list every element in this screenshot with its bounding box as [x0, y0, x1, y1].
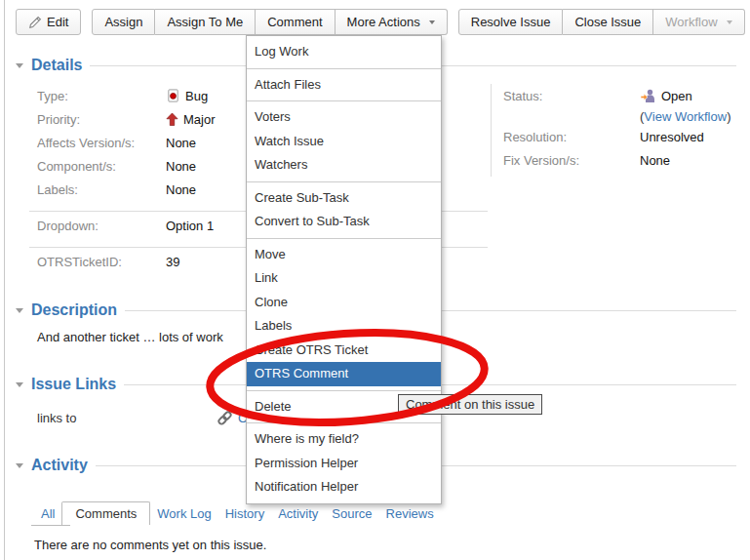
field-label: OTRSTicketID:: [29, 255, 166, 269]
field-label: Type:: [29, 89, 166, 103]
menu-item-voters[interactable]: Voters: [247, 105, 441, 130]
edit-button[interactable]: Edit: [16, 9, 81, 35]
field-label: Status:: [503, 89, 640, 103]
field-value: None: [166, 182, 196, 197]
priority-major-icon: [166, 112, 178, 127]
field-value: Option 1: [166, 219, 214, 233]
chevron-down-icon: [429, 20, 435, 24]
menu-group: MoveLinkCloneLabelsCreate OTRS TicketOTR…: [247, 238, 441, 390]
menu-item-otrs-comment[interactable]: OTRS Comment: [247, 362, 441, 386]
menu-item-labels[interactable]: Labels: [247, 314, 441, 339]
menu-item-where-is-my-field[interactable]: Where is my field?: [247, 427, 441, 452]
more-actions-button[interactable]: More Actions: [336, 9, 448, 35]
menu-item-watchers[interactable]: Watchers: [247, 153, 441, 178]
menu-group: Where is my field?Permission HelperNotif…: [247, 422, 441, 503]
tab-all[interactable]: All: [34, 501, 61, 525]
menu-item-convert-to-sub-task[interactable]: Convert to Sub-Task: [247, 210, 441, 234]
view-workflow-row: (View Workflow): [503, 107, 747, 125]
description-title: Description: [31, 301, 117, 319]
field-row-fix-version-s: Fix Version/s:None: [503, 148, 747, 172]
no-comments-message: There are no comments yet on this issue.: [34, 538, 266, 552]
field-row-resolution: Resolution:Unresolved: [503, 125, 747, 148]
field-label: Fix Version/s:: [503, 153, 640, 168]
menu-item-create-sub-task[interactable]: Create Sub-Task: [247, 186, 441, 211]
menu-group: Log Work: [247, 36, 441, 68]
menu-item-log-work[interactable]: Log Work: [247, 40, 441, 64]
tab-work-log[interactable]: Work Log: [150, 501, 217, 525]
field-label: Labels:: [29, 182, 166, 197]
activity-tabs: AllCommentsWork LogHistoryActivitySource…: [34, 501, 441, 525]
tab-comments[interactable]: Comments: [61, 501, 150, 525]
field-value: Open: [640, 88, 692, 103]
menu-group: VotersWatch IssueWatchers: [247, 100, 441, 181]
tab-reviews[interactable]: Reviews: [379, 501, 441, 525]
resolve-issue-button[interactable]: Resolve Issue: [458, 9, 564, 35]
collapse-twisty-icon[interactable]: [16, 463, 23, 468]
chevron-down-icon: [727, 20, 732, 24]
menu-item-notification-helper[interactable]: Notification Helper: [247, 475, 441, 500]
tab-history[interactable]: History: [218, 501, 271, 525]
issue-page: Edit Assign Assign To Me Comment More Ac…: [0, 0, 750, 560]
field-label: Dropdown:: [29, 219, 166, 233]
collapse-twisty-icon[interactable]: [16, 382, 23, 387]
menu-item-link[interactable]: Link: [247, 266, 441, 291]
description-body: And another ticket … lots of work: [37, 330, 223, 344]
edit-button-label: Edit: [47, 10, 68, 34]
menu-item-create-otrs-ticket[interactable]: Create OTRS Ticket: [247, 339, 441, 363]
assign-to-me-button[interactable]: Assign To Me: [155, 9, 256, 35]
menu-item-watch-issue[interactable]: Watch Issue: [247, 130, 441, 154]
issue-link-row: links to OTRS: [37, 410, 273, 426]
field-label: Affects Version/s:: [29, 136, 166, 150]
tooltip: Comment on this issue: [398, 394, 542, 415]
close-issue-button[interactable]: Close Issue: [563, 9, 653, 35]
details-title: Details: [31, 57, 82, 74]
menu-item-attach-files[interactable]: Attach Files: [247, 73, 441, 98]
collapse-twisty-icon[interactable]: [16, 308, 23, 313]
field-label: Priority:: [29, 112, 166, 127]
field-value: None: [640, 153, 670, 168]
assign-button[interactable]: Assign: [92, 9, 155, 35]
menu-item-permission-helper[interactable]: Permission Helper: [247, 452, 441, 476]
view-workflow-link[interactable]: View Workflow: [644, 109, 727, 124]
tab-activity[interactable]: Activity: [271, 501, 325, 525]
menu-item-move[interactable]: Move: [247, 243, 441, 267]
field-label: Component/s:: [29, 159, 166, 174]
more-actions-menu: Log WorkAttach FilesVotersWatch IssueWat…: [246, 35, 442, 504]
pencil-icon: [28, 16, 42, 29]
tab-underline: [31, 525, 70, 526]
activity-title: Activity: [31, 457, 88, 474]
bug-icon: [166, 88, 180, 103]
workflow-actions-group: Resolve Issue Close Issue Workflow: [458, 9, 745, 35]
comment-button[interactable]: Comment: [256, 9, 335, 35]
field-value: Unresolved: [640, 130, 704, 144]
field-value: None: [166, 159, 196, 174]
collapse-twisty-icon[interactable]: [16, 63, 23, 68]
link-chain-icon: [217, 410, 233, 426]
field-row-status: Status:Open: [503, 84, 747, 107]
field-value: Major: [166, 112, 216, 127]
issue-links-title: Issue Links: [31, 376, 116, 393]
tab-source[interactable]: Source: [325, 501, 378, 525]
status-open-icon: [640, 88, 656, 103]
issue-link-relation: links to: [37, 411, 217, 425]
details-right-column: Status:Open(View Workflow)Resolution:Unr…: [491, 84, 747, 177]
menu-group: Create Sub-TaskConvert to Sub-Task: [247, 181, 441, 238]
issue-actions-group: Assign Assign To Me Comment More Actions: [92, 9, 447, 35]
field-value: Bug: [166, 88, 208, 103]
menu-item-clone[interactable]: Clone: [247, 291, 441, 315]
field-value: 39: [166, 255, 179, 269]
field-value: None: [166, 136, 196, 150]
workflow-button[interactable]: Workflow: [653, 9, 744, 35]
panel-left-border: [4, 0, 5, 560]
menu-group: Attach Files: [247, 68, 441, 101]
field-label: Resolution:: [503, 130, 640, 144]
issue-toolbar: Edit Assign Assign To Me Comment More Ac…: [16, 9, 745, 35]
